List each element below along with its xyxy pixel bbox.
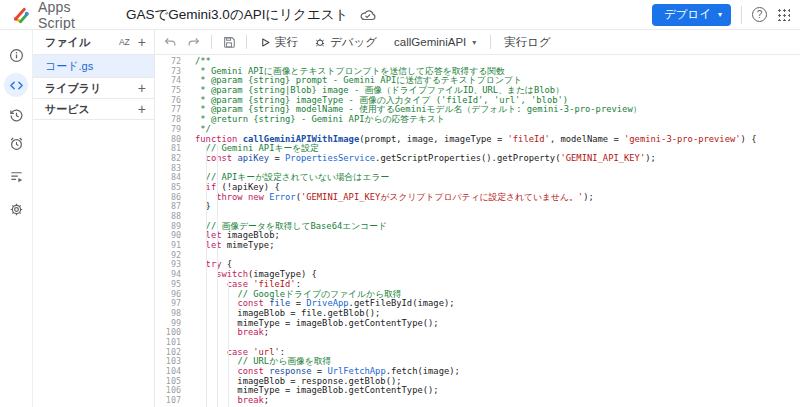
add-library-button[interactable]: + <box>138 81 146 95</box>
add-file-button[interactable]: + <box>138 35 146 49</box>
libraries-section-header: ライブラリ + <box>33 78 154 99</box>
editor-toolbar: 実行 デバッグ callGeminiAPI ▾ 実行ログ <box>155 30 800 55</box>
history-clock-icon <box>9 108 24 123</box>
executions-list-icon <box>9 169 24 184</box>
code-line[interactable]: 78 * @return {string} - Gemini APIからの応答テ… <box>155 115 800 125</box>
sidebar-item-project-history[interactable] <box>4 103 28 127</box>
apps-script-logo[interactable]: Apps Script <box>12 0 108 31</box>
code-text: throw new Error('GEMINI_API_KEYがスクリプトプロパ… <box>181 193 594 203</box>
indent-guide <box>228 280 229 407</box>
indent-guide <box>206 145 207 407</box>
alarm-clock-icon <box>9 136 24 151</box>
code-text: let mimeType; <box>181 241 274 251</box>
code-line[interactable]: 82 const apiKey = PropertiesService.getS… <box>155 154 800 164</box>
function-selector-value: callGeminiAPI <box>394 36 466 48</box>
services-title: サービス <box>45 102 138 117</box>
project-title[interactable]: GASでGemini3.0のAPIにリクエスト <box>126 6 348 24</box>
function-selector[interactable]: callGeminiAPI ▾ <box>388 34 482 50</box>
sidebar-item-settings[interactable] <box>4 197 28 221</box>
file-item-code-gs[interactable]: コード.gs <box>33 55 154 78</box>
files-panel-title: ファイル <box>45 35 119 50</box>
sidebar-item-overview[interactable] <box>4 43 28 67</box>
sidebar-item-editor[interactable] <box>4 73 28 97</box>
add-service-button[interactable]: + <box>138 102 146 116</box>
libraries-title: ライブラリ <box>45 81 138 96</box>
deploy-label: デプロイ <box>664 7 711 22</box>
code-editor[interactable]: 72/**73 * Gemini APIに画像とテキストプロンプトを送信して応答… <box>155 55 800 407</box>
line-number: 107 <box>155 396 181 406</box>
code-text <box>181 212 195 222</box>
toolbar-divider <box>211 35 212 49</box>
code-line[interactable]: 87 } <box>155 202 800 212</box>
code-line[interactable]: 92 <box>155 251 800 261</box>
left-icon-rail <box>0 30 33 407</box>
code-line[interactable]: 100 break; <box>155 328 800 338</box>
code-line[interactable]: 91 let mimeType; <box>155 241 800 251</box>
services-section-header: サービス + <box>33 99 154 120</box>
save-icon <box>222 35 236 49</box>
gear-icon <box>9 202 24 217</box>
code-text: * @return {string} - Gemini APIからの応答テキスト <box>181 115 445 125</box>
sidebar-item-executions[interactable] <box>4 164 28 188</box>
code-text <box>181 251 195 261</box>
deploy-caret-icon: ▾ <box>718 11 722 19</box>
files-panel-header: ファイル AZ + <box>33 30 154 55</box>
save-project-button[interactable] <box>220 33 238 51</box>
code-text <box>181 164 195 174</box>
google-apps-grid-icon[interactable] <box>777 8 790 21</box>
code-text: break; <box>181 328 269 338</box>
undo-button[interactable] <box>161 33 179 51</box>
code-line[interactable]: 86 throw new Error('GEMINI_API_KEYがスクリプト… <box>155 193 800 203</box>
debug-icon <box>314 36 326 48</box>
help-icon[interactable]: ? <box>752 7 767 22</box>
header-divider <box>741 6 742 24</box>
logo-label: Apps Script <box>38 0 108 31</box>
main-area: ファイル AZ + コード.gs ライブラリ + サービス + <box>0 30 800 407</box>
code-text: break; <box>181 396 269 406</box>
apps-script-logo-icon <box>12 5 31 25</box>
execution-log-button[interactable]: 実行ログ <box>499 33 556 52</box>
code-line[interactable]: 107 break; <box>155 396 800 406</box>
toolbar-divider <box>246 35 247 49</box>
sort-az-icon[interactable]: AZ <box>119 37 130 47</box>
file-name: コード.gs <box>45 59 93 74</box>
run-label: 実行 <box>275 35 298 50</box>
run-button[interactable]: 実行 <box>255 33 303 52</box>
undo-icon <box>163 35 177 49</box>
debug-button[interactable]: デバッグ <box>309 33 382 52</box>
deploy-button[interactable]: デプロイ ▾ <box>652 4 731 26</box>
cloud-saved-icon <box>360 8 376 21</box>
files-panel: ファイル AZ + コード.gs ライブラリ + サービス + <box>33 30 155 407</box>
code-text: const apiKey = PropertiesService.getScri… <box>181 154 656 164</box>
info-icon <box>9 48 24 63</box>
sidebar-item-triggers[interactable] <box>4 131 28 155</box>
indent-guide <box>217 145 218 407</box>
debug-label: デバッグ <box>330 35 377 50</box>
code-icon <box>9 78 24 93</box>
code-lines: 72/**73 * Gemini APIに画像とテキストプロンプトを送信して応答… <box>155 57 800 406</box>
app-header: Apps Script GASでGemini3.0のAPIにリクエスト デプロイ… <box>0 0 800 30</box>
toolbar-divider <box>490 35 491 49</box>
editor-column: 実行 デバッグ callGeminiAPI ▾ 実行ログ 72/** <box>155 30 800 407</box>
function-selector-caret-icon: ▾ <box>472 38 476 47</box>
redo-icon <box>187 35 201 49</box>
code-text <box>181 338 195 348</box>
redo-button[interactable] <box>185 33 203 51</box>
run-play-icon <box>260 37 271 48</box>
execution-log-label: 実行ログ <box>504 35 551 50</box>
